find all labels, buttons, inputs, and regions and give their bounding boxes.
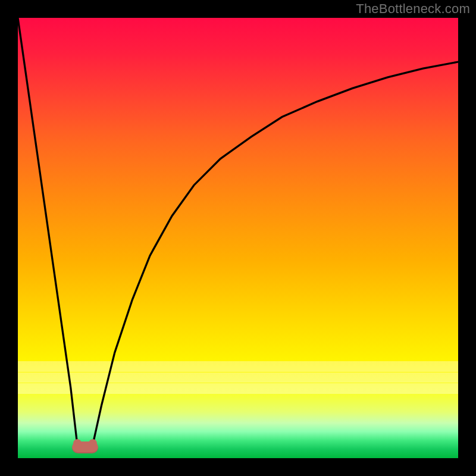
curve-right-branch <box>93 62 458 445</box>
curve-svg <box>18 18 458 458</box>
chart-frame: TheBottleneck.com <box>0 0 476 476</box>
valley-marker <box>72 441 98 453</box>
curve-left-branch <box>18 18 77 445</box>
watermark-text: TheBottleneck.com <box>356 1 470 17</box>
plot-area <box>18 18 458 458</box>
